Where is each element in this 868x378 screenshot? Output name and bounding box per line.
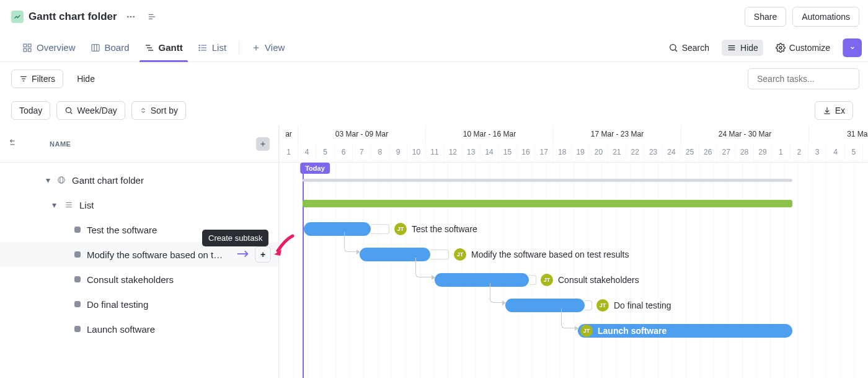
hide-icon	[727, 43, 737, 53]
folder-bar[interactable]	[303, 200, 792, 207]
summary-bar	[303, 179, 792, 182]
tab-board[interactable]: Board	[83, 34, 137, 62]
share-button[interactable]: Share	[745, 7, 786, 27]
day-header-cell: 11	[425, 143, 443, 163]
row-label: Gantt chart folder	[72, 175, 144, 186]
svg-point-33	[66, 107, 71, 112]
gantt-bar[interactable]	[304, 222, 371, 236]
svg-point-41	[60, 177, 63, 184]
automations-button[interactable]: Automations	[792, 7, 859, 27]
week-header-cell: 24 Mar - 30 Mar	[681, 125, 808, 143]
hide-action[interactable]: Hide	[722, 40, 763, 56]
tab-list[interactable]: List	[190, 34, 234, 62]
assignee-avatar[interactable]: JT	[454, 248, 466, 261]
expand-icon[interactable]	[144, 9, 159, 24]
tree-row-task[interactable]: Consult stakeholders	[0, 267, 278, 292]
sort-button[interactable]: Sort by	[131, 101, 186, 120]
day-header-cell: 26	[699, 143, 717, 163]
tree-row-list[interactable]: ▾ List	[0, 192, 278, 217]
day-header-cell: 20	[589, 143, 607, 163]
day-header-cell: 25	[680, 143, 698, 163]
gantt-bar[interactable]	[435, 273, 529, 287]
day-header-cell: 8	[371, 143, 389, 163]
week-header-cell: 03 Mar - 09 Mar	[298, 125, 425, 143]
task-label-wrap: JT Test the software	[394, 223, 477, 235]
zoom-button[interactable]: Week/Day	[56, 101, 125, 120]
export-button[interactable]: Ex	[815, 101, 853, 120]
assignee-avatar[interactable]: JT	[580, 325, 593, 337]
task-label: Test the software	[412, 224, 477, 234]
tab-add-view[interactable]: View	[244, 34, 292, 62]
task-label-wrap: JT Consult stakeholders	[541, 274, 639, 286]
dependency-icon[interactable]	[236, 250, 250, 260]
right-pane: ar03 Mar - 09 Mar10 Mar - 16 Mar17 Mar -…	[279, 125, 868, 378]
search-tasks-input[interactable]	[748, 68, 859, 89]
download-icon	[823, 106, 831, 115]
day-header-cell: 6	[334, 143, 352, 163]
tab-gantt[interactable]: Gantt	[137, 34, 190, 62]
day-header-cell: 3	[808, 143, 826, 163]
dependency-link	[561, 308, 576, 328]
add-column-button[interactable]	[256, 137, 270, 151]
day-header-cell: 27	[717, 143, 735, 163]
tabs-row: Overview Board Gantt List View Search Hi…	[0, 34, 868, 62]
day-header-cell: 1	[771, 143, 789, 163]
dependency-link	[415, 258, 433, 277]
tree-row-task[interactable]: Do final testing	[0, 292, 278, 317]
timeline-header: ar03 Mar - 09 Mar10 Mar - 16 Mar17 Mar -…	[279, 125, 868, 163]
caret-down-icon[interactable]: ▾	[46, 175, 50, 185]
svg-rect-7	[28, 44, 31, 47]
svg-rect-6	[24, 44, 27, 47]
add-task-button[interactable]: Add Task	[843, 38, 862, 57]
svg-line-25	[675, 50, 677, 52]
tree-row-folder[interactable]: ▾ Gantt chart folder	[0, 168, 278, 192]
folder-title[interactable]: Gantt chart folder	[29, 11, 117, 23]
filters-button[interactable]: Filters	[11, 70, 63, 88]
svg-point-24	[670, 44, 675, 50]
day-header-cell: 9	[389, 143, 407, 163]
assignee-avatar[interactable]: JT	[596, 299, 609, 312]
assignee-avatar[interactable]: JT	[541, 274, 553, 286]
create-subtask-button[interactable]: +	[255, 246, 271, 263]
task-label: Do final testing	[614, 300, 671, 310]
zoom-icon	[64, 106, 73, 115]
day-header-cell: 4	[826, 143, 844, 163]
status-dot	[74, 276, 81, 282]
collapse-icon[interactable]	[6, 138, 17, 149]
week-header-cell: 10 Mar - 16 Mar	[425, 125, 553, 143]
weeks-row: ar03 Mar - 09 Mar10 Mar - 16 Mar17 Mar -…	[279, 125, 868, 143]
more-icon[interactable]	[123, 9, 138, 24]
chevron-down-icon[interactable]	[843, 38, 862, 57]
sort-label: Sort by	[151, 106, 178, 115]
customize-action[interactable]: Customize	[771, 40, 835, 56]
zoom-label: Week/Day	[77, 106, 117, 115]
day-header-cell: 24	[662, 143, 680, 163]
svg-point-1	[130, 16, 131, 18]
tree-row-task[interactable]: Launch software	[0, 317, 278, 341]
svg-point-0	[127, 16, 129, 18]
search-icon	[668, 43, 678, 53]
action-label: Hide	[740, 43, 758, 53]
day-header-cell: 17	[534, 143, 552, 163]
hide-button[interactable]: Hide	[69, 70, 102, 88]
search-action[interactable]: Search	[663, 40, 714, 56]
day-header-cell: 15	[498, 143, 516, 163]
day-header-cell: 10	[407, 143, 425, 163]
gantt-bar-tail	[371, 224, 389, 234]
caret-down-icon[interactable]: ▾	[52, 200, 56, 210]
controls-row: Today Week/Day Sort by Ex	[0, 96, 868, 125]
tab-overview[interactable]: Overview	[15, 34, 83, 62]
day-header-cell: 6	[862, 143, 868, 163]
day-header-cell: 5	[844, 143, 862, 163]
tab-label: List	[212, 42, 226, 53]
tab-label: Overview	[37, 42, 76, 53]
svg-line-34	[71, 112, 73, 114]
day-header-cell: 7	[352, 143, 370, 163]
day-header-cell: 23	[644, 143, 662, 163]
gantt-body[interactable]: Today JT Test the software JT Modify the…	[279, 163, 868, 378]
assignee-avatar[interactable]: JT	[394, 223, 407, 235]
row-label: List	[79, 200, 94, 210]
today-button[interactable]: Today	[11, 101, 50, 120]
day-header-cell: 29	[753, 143, 771, 163]
day-header-cell: 1	[279, 143, 298, 163]
